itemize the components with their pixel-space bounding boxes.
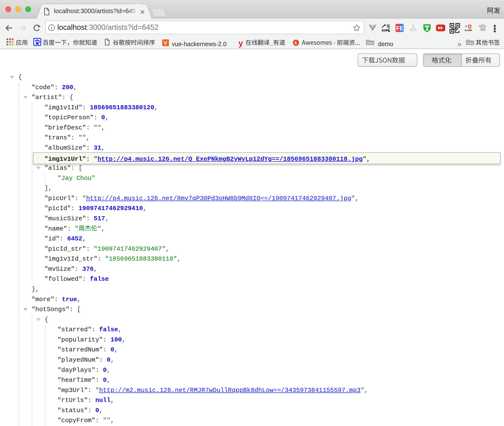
svg-text:A: A — [294, 40, 297, 45]
svg-text:V: V — [164, 40, 167, 46]
svg-text:E: E — [400, 25, 403, 32]
svg-text:F: F — [396, 25, 400, 32]
svg-text:en: en — [382, 28, 386, 32]
svg-text:PLAYER: PLAYER — [465, 29, 472, 32]
